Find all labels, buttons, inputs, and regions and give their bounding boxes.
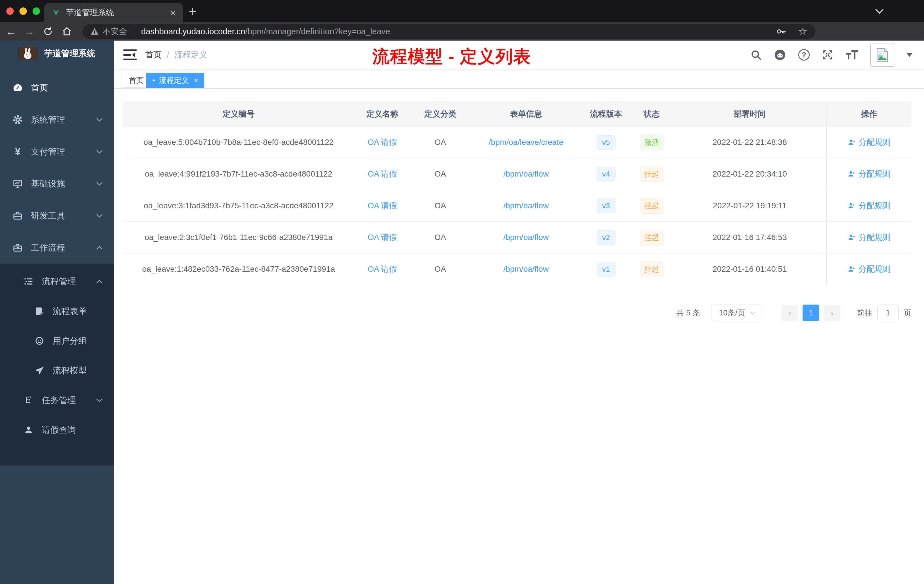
fullscreen-icon[interactable]: [822, 49, 834, 61]
app-logo-rabbit-image: [18, 47, 37, 60]
app-title: 芋道管理系统: [44, 48, 96, 59]
sidebar-item-label: 首页: [31, 82, 48, 94]
definition-name-link[interactable]: OA 请假: [368, 264, 397, 275]
form-info-link[interactable]: /bpm/oa/flow: [503, 201, 549, 210]
breadcrumb-home-link[interactable]: 首页: [145, 49, 162, 61]
definition-name-link[interactable]: OA 请假: [368, 200, 397, 211]
zoom-window-button[interactable]: [33, 7, 40, 15]
definition-name-link[interactable]: OA 请假: [368, 137, 397, 148]
assign-rule-link[interactable]: 分配规则: [848, 137, 891, 148]
status-badge: 挂起: [640, 166, 663, 182]
forward-button[interactable]: →: [21, 22, 38, 41]
address-bar[interactable]: 不安全 dashboard.yudao.iocoder.cn/bpm/manag…: [82, 24, 815, 39]
briefcase-icon: [12, 243, 23, 253]
sidebar-item-process-management[interactable]: 流程管理: [0, 267, 114, 296]
avatar[interactable]: [870, 43, 894, 67]
url-text[interactable]: dashboard.yudao.iocoder.cn/bpm/manager/d…: [141, 27, 776, 36]
url-divider: [134, 27, 134, 36]
minimize-window-button[interactable]: [20, 7, 27, 15]
status-badge: 挂起: [640, 198, 663, 214]
browser-tab-strip: 芋道管理系统 × +: [0, 0, 924, 22]
column-header: 定义名称: [354, 101, 410, 126]
table-row: oa_leave:1:482ec033-762a-11ec-8477-a2380…: [123, 253, 911, 285]
form-info-link[interactable]: /bpm/oa/flow: [503, 170, 549, 178]
page-content: 定义编号 定义名称 定义分类 表单信息 流程版本 状态 部署时间 操作 oa_l…: [114, 89, 924, 584]
sidebar-item-label: 流程管理: [42, 276, 76, 287]
red-annotation-title: 流程模型 - 定义列表: [372, 45, 531, 68]
assign-rule-link[interactable]: 分配规则: [848, 200, 891, 211]
sidebar-item-leave-query[interactable]: 请假查询: [0, 415, 114, 445]
tag-label: 首页: [129, 76, 144, 86]
url-host: dashboard.yudao.iocoder.cn: [141, 27, 245, 36]
tag-home[interactable]: 首页: [123, 73, 150, 88]
definition-id: oa_leave:3:1fad3d93-7b75-11ec-a3c8-acde4…: [123, 190, 354, 221]
tab-close-icon[interactable]: ×: [170, 8, 176, 17]
password-key-icon[interactable]: [776, 26, 787, 37]
chevron-down-icon: [96, 398, 103, 403]
sidebar-item-home[interactable]: 首页: [0, 72, 114, 104]
search-icon[interactable]: [750, 49, 762, 61]
form-info-link[interactable]: /bpm/oa/flow: [503, 233, 549, 242]
tab-search-chevron-icon[interactable]: [875, 8, 884, 14]
bookmark-star-icon[interactable]: ☆: [798, 25, 807, 38]
form-icon: [34, 306, 45, 316]
help-icon[interactable]: ?: [798, 49, 810, 61]
sidebar-collapse-icon[interactable]: [124, 49, 137, 61]
assign-rule-link[interactable]: 分配规则: [848, 264, 891, 275]
sidebar-item-payment[interactable]: ¥ 支付管理: [0, 136, 114, 168]
browser-toolbar: ← → 不安全 dashboard.yudao.iocoder.cn/bpm/m…: [0, 22, 924, 41]
deploy-time: 2022-01-16 17:46:53: [673, 222, 826, 253]
assign-rule-link[interactable]: 分配规则: [848, 168, 891, 180]
table-row: oa_leave:3:1fad3d93-7b75-11ec-a3c8-acde4…: [123, 190, 911, 222]
page-size-select[interactable]: 10条/页: [711, 305, 763, 321]
gear-icon: [12, 115, 23, 125]
security-warning-icon[interactable]: [90, 27, 99, 35]
sidebar-logo-link[interactable]: 芋道管理系统: [0, 41, 114, 60]
security-label[interactable]: 不安全: [103, 26, 127, 37]
sidebar-item-process-model[interactable]: 流程模型: [0, 356, 114, 385]
definition-category: OA: [410, 222, 470, 253]
tag-process-definition[interactable]: ● 流程定义 ×: [146, 73, 204, 88]
yen-icon: ¥: [12, 147, 23, 157]
sidebar-item-label: 用户分组: [53, 335, 87, 347]
back-button[interactable]: ←: [2, 22, 20, 41]
sidebar-item-system[interactable]: 系统管理: [0, 104, 114, 136]
sidebar-item-label: 任务管理: [42, 394, 76, 406]
chevron-up-icon: [96, 246, 103, 250]
assign-rule-link[interactable]: 分配规则: [848, 232, 891, 243]
sidebar-menu: 首页 系统管理 ¥ 支付管理 基础设施: [0, 72, 114, 465]
github-icon[interactable]: [774, 49, 786, 61]
prev-page-button[interactable]: ‹: [781, 305, 798, 321]
user-icon: [848, 170, 855, 178]
definition-name-link[interactable]: OA 请假: [368, 168, 397, 180]
goto-page-input[interactable]: [878, 305, 899, 321]
browser-tab[interactable]: 芋道管理系统 ×: [44, 3, 183, 22]
list-tree-icon: [23, 276, 34, 287]
avatar-caret-icon[interactable]: [906, 53, 912, 57]
sidebar-item-user-group[interactable]: 用户分组: [0, 326, 114, 356]
form-info-link[interactable]: /bpm/oa/leave/create: [488, 138, 563, 147]
reload-button[interactable]: [40, 22, 56, 41]
new-tab-button[interactable]: +: [188, 3, 196, 19]
sidebar-item-task-management[interactable]: 任务管理: [0, 385, 114, 415]
pagination-total: 共 5 条: [676, 308, 700, 318]
current-page-button[interactable]: 1: [803, 305, 819, 321]
form-info-link[interactable]: /bpm/oa/flow: [503, 265, 549, 274]
definition-name-link[interactable]: OA 请假: [368, 232, 397, 243]
font-size-icon[interactable]: [846, 49, 858, 61]
tag-label: 流程定义: [159, 76, 189, 86]
tag-close-icon[interactable]: ×: [194, 76, 198, 85]
sidebar-item-infrastructure[interactable]: 基础设施: [0, 168, 114, 200]
sidebar-item-dev-tools[interactable]: 研发工具: [0, 200, 114, 232]
sidebar-item-label: 流程模型: [53, 365, 87, 376]
next-page-button[interactable]: ›: [824, 305, 840, 321]
deploy-time: 2022-01-22 20:34:10: [673, 158, 826, 190]
sidebar-item-process-form[interactable]: 流程表单: [0, 296, 114, 326]
user-icon: [23, 425, 34, 435]
deploy-time: 2022-01-22 19:19:11: [673, 190, 826, 221]
sidebar-item-workflow[interactable]: 工作流程: [0, 232, 114, 264]
home-button[interactable]: [58, 22, 76, 41]
deploy-time: 2022-01-16 01:40:51: [673, 253, 826, 285]
sidebar-item-label: 研发工具: [31, 210, 65, 222]
close-window-button[interactable]: [6, 7, 14, 15]
